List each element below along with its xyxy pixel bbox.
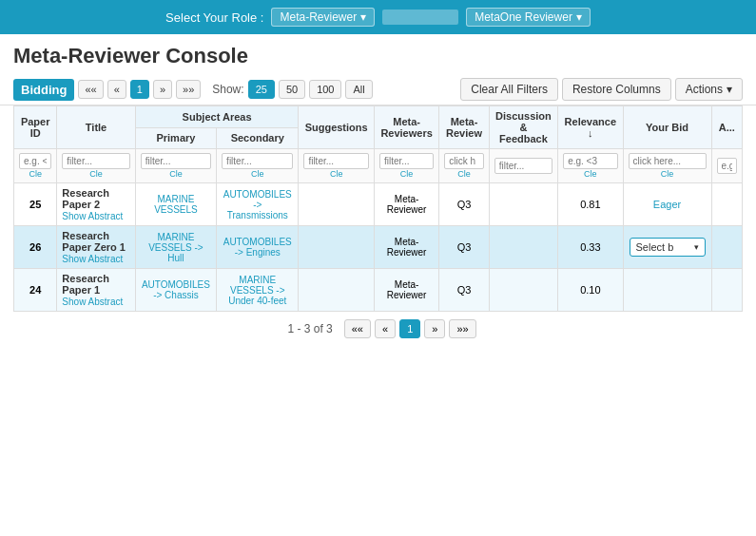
cell-meta-review: Q3	[439, 269, 489, 312]
filter-primary[interactable]: Cle	[135, 149, 216, 183]
show-25-button[interactable]: 25	[248, 80, 275, 99]
cell-relevance: 0.81	[558, 183, 623, 226]
clear-primary-filter[interactable]: Cle	[141, 169, 211, 179]
cell-title: Research Paper 2 Show Abstract	[57, 183, 135, 226]
user-menu-button[interactable]: MetaOne Reviewer ▾	[466, 8, 591, 27]
cell-actions	[711, 269, 742, 312]
show-abstract-link[interactable]: Show Abstract	[62, 297, 123, 307]
col-relevance: Relevance ↓	[558, 106, 623, 149]
filter-secondary-input[interactable]	[222, 153, 293, 169]
bid-eager-link[interactable]: Eager	[653, 199, 681, 210]
top-nav: Select Your Role : Meta-Reviewer ▾ MetaO…	[0, 0, 756, 34]
paper-title: Research Paper Zero 1	[62, 230, 129, 253]
show-100-button[interactable]: 100	[309, 80, 341, 99]
user-avatar-placeholder	[382, 10, 458, 25]
filter-title[interactable]: Cle	[57, 149, 135, 183]
filter-metarv-input[interactable]	[444, 153, 483, 169]
pager-prev-button[interactable]: «	[107, 80, 126, 99]
filter-suggestions-input[interactable]	[303, 153, 369, 169]
clear-bid-filter[interactable]: Cle	[629, 169, 707, 179]
filter-disc-input[interactable]	[494, 158, 552, 174]
filter-relevance[interactable]: Cle	[558, 149, 623, 183]
col-meta-reviewers: Meta-Reviewers	[374, 106, 438, 149]
col-title: Title	[57, 106, 135, 149]
bottom-page-button[interactable]: 1	[399, 319, 420, 338]
filter-suggestions[interactable]: Cle	[299, 149, 375, 183]
cell-title: Research Paper Zero 1 Show Abstract	[57, 226, 135, 269]
clear-rel-filter[interactable]: Cle	[563, 169, 617, 179]
bottom-pager: 1 - 3 of 3 «« « 1 » »»	[0, 312, 756, 346]
table-container: Paper ID Title Subject Areas Suggestions…	[0, 105, 756, 312]
role-label: Select Your Role :	[165, 10, 263, 25]
bid-select-button[interactable]: Select b ▾	[630, 238, 706, 257]
filter-actions-input[interactable]	[717, 158, 737, 174]
show-50-button[interactable]: 50	[279, 80, 305, 99]
filter-id-input[interactable]	[19, 153, 51, 169]
cell-relevance: 0.33	[558, 226, 623, 269]
cell-meta-reviewers: Meta-Reviewer	[374, 226, 438, 269]
role-dropdown-button[interactable]: Meta-Reviewer ▾	[271, 8, 375, 27]
main-table: Paper ID Title Subject Areas Suggestions…	[13, 105, 743, 312]
cell-discussion	[489, 269, 557, 312]
cell-your-bid: Select b ▾	[623, 226, 711, 269]
cell-your-bid: Eager	[623, 183, 711, 226]
clear-filters-button[interactable]: Clear All Filters	[460, 78, 558, 101]
cell-paper-id: 24	[14, 269, 57, 312]
clear-suggestions-filter[interactable]: Cle	[303, 169, 369, 179]
cell-paper-id: 26	[14, 226, 57, 269]
bottom-prev-button[interactable]: «	[375, 319, 396, 338]
bottom-first-button[interactable]: ««	[344, 319, 371, 338]
show-abstract-link[interactable]: Show Abstract	[62, 254, 123, 264]
paper-title: Research Paper 2	[62, 187, 129, 210]
paper-title: Research Paper 1	[62, 273, 129, 296]
cell-suggestions	[299, 269, 375, 312]
show-all-button[interactable]: All	[345, 80, 372, 99]
pager-next-button[interactable]: »	[153, 80, 172, 99]
cell-meta-reviewers: Meta-Reviewer	[374, 183, 438, 226]
filter-bid-input[interactable]	[629, 153, 707, 169]
filter-rel-input[interactable]	[563, 153, 617, 169]
clear-metarev-filter[interactable]: Cle	[379, 169, 434, 179]
show-label: Show:	[212, 83, 243, 96]
pager-last-button[interactable]: »»	[176, 80, 201, 99]
filter-your-bid[interactable]: Cle	[623, 149, 711, 183]
bottom-last-button[interactable]: »»	[449, 319, 475, 338]
cell-actions	[711, 183, 742, 226]
filter-meta-review[interactable]: Cle	[439, 149, 489, 183]
col-meta-review: Meta-Review	[439, 106, 489, 149]
filter-metarev-input[interactable]	[379, 153, 434, 169]
cell-meta-review: Q3	[439, 183, 489, 226]
filter-secondary[interactable]: Cle	[217, 149, 299, 183]
col-secondary: Secondary	[217, 127, 299, 149]
show-abstract-link[interactable]: Show Abstract	[62, 211, 123, 221]
filter-meta-reviewers[interactable]: Cle	[374, 149, 438, 183]
pager-page-button[interactable]: 1	[130, 80, 149, 99]
cell-primary: MARINE VESSELS	[135, 183, 216, 226]
col-discussion: Discussion & Feedback	[489, 106, 557, 149]
clear-title-filter[interactable]: Cle	[62, 169, 129, 179]
col-primary: Primary	[135, 127, 216, 149]
col-paper-id: Paper ID	[14, 106, 57, 149]
clear-id-filter[interactable]: Cle	[19, 169, 51, 179]
col-suggestions: Suggestions	[299, 106, 375, 149]
toolbar: Bidding «« « 1 » »» Show: 25 50 100 All …	[0, 74, 756, 105]
filter-primary-input[interactable]	[141, 153, 211, 169]
page-title: Meta-Reviewer Console	[0, 34, 756, 74]
filter-discussion[interactable]	[489, 149, 557, 183]
filter-actions	[711, 149, 742, 183]
actions-button[interactable]: Actions ▾	[675, 78, 743, 101]
clear-secondary-filter[interactable]: Cle	[222, 169, 293, 179]
cell-paper-id: 25	[14, 183, 57, 226]
pager-first-button[interactable]: ««	[78, 80, 103, 99]
col-actions: A...	[711, 106, 742, 149]
cell-meta-reviewers: Meta-Reviewer	[374, 269, 438, 312]
filter-paper-id[interactable]: Cle	[14, 149, 57, 183]
filter-title-input[interactable]	[62, 153, 129, 169]
clear-metarv-filter[interactable]: Cle	[444, 169, 483, 179]
bottom-next-button[interactable]: »	[424, 319, 445, 338]
cell-title: Research Paper 1 Show Abstract	[57, 269, 135, 312]
role-selector[interactable]: Select Your Role : Meta-Reviewer ▾ MetaO…	[165, 8, 591, 27]
restore-columns-button[interactable]: Restore Columns	[562, 78, 671, 101]
table-row: 24 Research Paper 1 Show Abstract AUTOMO…	[14, 269, 743, 312]
cell-actions	[711, 226, 742, 269]
